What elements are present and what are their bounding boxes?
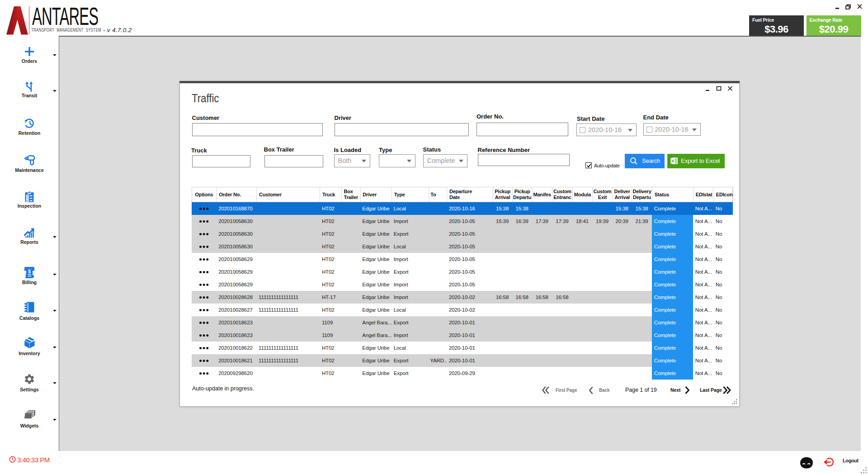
svg-text:X: X xyxy=(671,158,675,163)
svg-text:$: $ xyxy=(28,269,31,274)
